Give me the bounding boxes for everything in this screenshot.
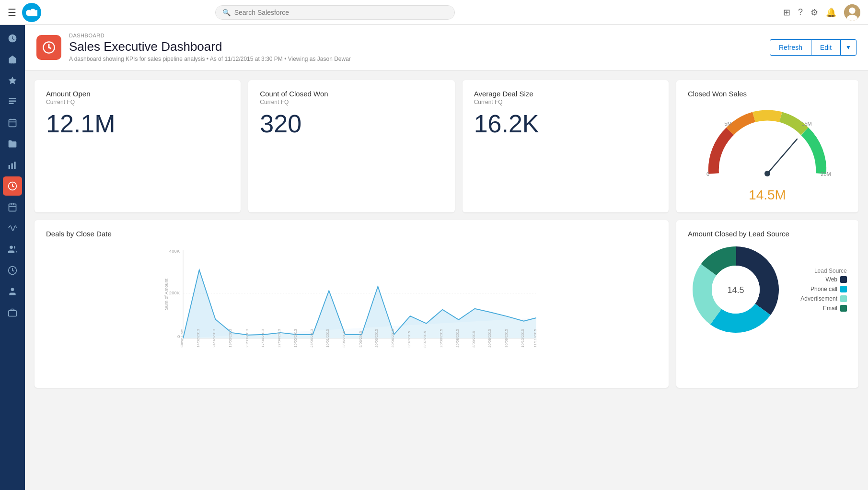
- edit-button[interactable]: Edit: [811, 39, 841, 56]
- sidebar-item-calendar[interactable]: [3, 113, 22, 132]
- sidebar-item-users[interactable]: [3, 282, 22, 301]
- dashboard-subtitle: A dashboard showing KPIs for sales pipel…: [69, 56, 770, 62]
- sidebar-item-home[interactable]: [3, 50, 22, 69]
- kpi-card-closed-won: Count of Closed Won Current FQ 320: [248, 80, 454, 212]
- svg-text:5/06/2015: 5/06/2015: [359, 331, 363, 347]
- donut-card: Amount Closed by Lead Source: [676, 220, 858, 388]
- kpi-value-1: 320: [260, 111, 443, 136]
- svg-text:30/09/2015: 30/09/2015: [504, 329, 509, 347]
- svg-rect-12: [12, 163, 13, 169]
- svg-text:400K: 400K: [169, 248, 180, 254]
- gauge-chart: 0 5M 15M 20M: [695, 102, 839, 186]
- svg-text:25/05/2013: 25/05/2013: [310, 329, 314, 347]
- dropdown-button[interactable]: ▼: [841, 39, 856, 56]
- dashboard-icon: [36, 35, 61, 60]
- svg-text:20M: 20M: [821, 171, 831, 177]
- search-bar[interactable]: 🔍: [215, 5, 455, 20]
- line-chart-title: Deals by Close Date: [46, 230, 657, 238]
- svg-text:0: 0: [706, 171, 709, 177]
- legend-title: Lead Source: [791, 268, 847, 274]
- svg-text:10/10/2015: 10/10/2015: [521, 329, 525, 347]
- svg-text:Sum of Amount: Sum of Amount: [163, 279, 169, 310]
- svg-text:20/09/2015: 20/09/2015: [487, 329, 492, 347]
- legend-items: Web Phone call Advertisement: [791, 276, 847, 312]
- sidebar-item-contacts[interactable]: [3, 240, 22, 259]
- sidebar-item-recent[interactable]: [3, 29, 22, 48]
- donut-title: Amount Closed by Lead Source: [688, 230, 847, 238]
- svg-text:14/02/2013: 14/02/2013: [196, 329, 200, 347]
- gauge-card: Closed Won Sales 0: [676, 80, 858, 212]
- svg-rect-5: [9, 101, 16, 102]
- main-layout: DASHBOARD Sales Executive Dashboard A da…: [0, 25, 868, 490]
- avatar[interactable]: [844, 4, 860, 21]
- hamburger-menu-icon[interactable]: ☰: [8, 7, 16, 18]
- sidebar-item-dashboards[interactable]: [3, 176, 22, 196]
- legend-label-web: Web: [826, 276, 837, 283]
- sidebar-item-tasks[interactable]: [3, 198, 22, 217]
- svg-point-1: [849, 7, 855, 13]
- svg-rect-7: [9, 119, 16, 127]
- svg-point-19: [11, 288, 14, 292]
- dashboard-header: DASHBOARD Sales Executive Dashboard A da…: [25, 25, 868, 70]
- sidebar-item-reports[interactable]: [3, 155, 22, 175]
- refresh-button[interactable]: Refresh: [770, 39, 811, 56]
- svg-text:11/11/2015: 11/11/2015: [533, 329, 537, 347]
- kpi-subtitle-0: Current FQ: [46, 99, 229, 105]
- settings-icon[interactable]: ⚙: [810, 7, 818, 18]
- salesforce-logo[interactable]: [22, 3, 41, 22]
- svg-text:5M: 5M: [724, 121, 731, 127]
- sidebar-item-favorites[interactable]: [3, 71, 22, 90]
- main-content: DASHBOARD Sales Executive Dashboard A da…: [25, 25, 868, 490]
- notifications-icon[interactable]: 🔔: [826, 7, 836, 18]
- sidebar-item-wave[interactable]: [3, 219, 22, 238]
- legend-color-ad: [840, 295, 847, 302]
- apps-grid-icon[interactable]: ⊞: [783, 7, 790, 18]
- svg-text:3/07/2015: 3/07/2015: [407, 331, 411, 347]
- svg-text:27/04/2013: 27/04/2013: [277, 329, 281, 347]
- sidebar-item-files[interactable]: [3, 134, 22, 153]
- svg-marker-3: [9, 77, 17, 84]
- legend-label-ad: Advertisement: [800, 295, 837, 302]
- dashboard-actions: Refresh Edit ▼: [770, 39, 856, 56]
- kpi-title-1: Count of Closed Won: [260, 90, 443, 98]
- line-chart: 400K 200K 0 Sum of Amount: [46, 244, 657, 368]
- svg-text:200K: 200K: [169, 290, 180, 295]
- line-chart-card: Deals by Close Date 400K 200K 0 Sum of A…: [35, 220, 669, 388]
- svg-text:24/02/2013: 24/02/2013: [212, 329, 216, 347]
- kpi-title-0: Amount Open: [46, 90, 229, 98]
- svg-text:15M: 15M: [801, 121, 811, 127]
- svg-line-27: [767, 139, 797, 174]
- legend-item-phone: Phone call: [791, 286, 847, 292]
- svg-text:25/08/2015: 25/08/2015: [455, 329, 460, 347]
- help-icon[interactable]: ?: [798, 7, 803, 17]
- search-icon: 🔍: [222, 9, 231, 16]
- svg-text:3/06/2015: 3/06/2015: [342, 331, 346, 347]
- bottom-row: Deals by Close Date 400K 200K 0 Sum of A…: [35, 220, 858, 388]
- search-input[interactable]: [234, 9, 448, 16]
- topnav-right-actions: ⊞ ? ⚙ 🔔: [783, 4, 860, 21]
- svg-point-22: [48, 47, 50, 48]
- kpi-card-avg-deal: Average Deal Size Current FQ 16.2K: [463, 80, 669, 212]
- svg-text:8/09/2015: 8/09/2015: [472, 331, 476, 347]
- gauge-value: 14.5M: [749, 187, 786, 203]
- dashboard-label: DASHBOARD: [69, 33, 770, 38]
- kpi-subtitle-2: Current FQ: [474, 99, 657, 105]
- legend-color-web: [840, 276, 847, 283]
- sidebar-item-events[interactable]: [3, 261, 22, 280]
- legend-item-web: Web: [791, 276, 847, 283]
- donut-legend: Lead Source Web Phone call: [791, 268, 847, 312]
- legend-item-email: Email: [791, 305, 847, 312]
- svg-rect-20: [9, 311, 17, 316]
- svg-text:14.5: 14.5: [727, 285, 744, 295]
- svg-text:10/01/2015: 10/01/2015: [325, 329, 330, 347]
- page-title: Sales Executive Dashboard: [69, 39, 770, 54]
- sidebar-item-feed[interactable]: [3, 92, 22, 111]
- kpi-row: Amount Open Current FQ 12.1M Count of Cl…: [35, 80, 858, 212]
- svg-point-15: [12, 186, 13, 187]
- kpi-title-2: Average Deal Size: [474, 90, 657, 98]
- svg-marker-37: [183, 270, 536, 338]
- svg-point-28: [764, 171, 770, 176]
- sidebar-item-cases[interactable]: [3, 303, 22, 322]
- svg-text:20/08/2015: 20/08/2015: [439, 329, 443, 347]
- svg-rect-4: [9, 98, 16, 100]
